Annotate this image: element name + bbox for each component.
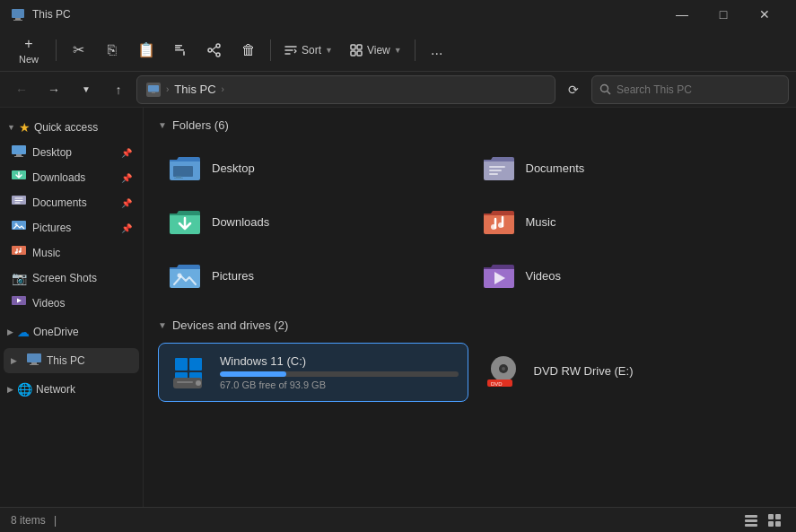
sort-chevron: ▼ [325,46,333,55]
devices-chevron: ▼ [158,320,167,330]
copy-button[interactable]: ⎘ [96,34,128,66]
svg-line-10 [212,47,216,50]
maximize-button[interactable]: □ [703,0,744,29]
drive-c-info: Windows 11 (C:) 67.0 GB free of 93.9 GB [220,354,459,390]
folders-section-header[interactable]: ▼ Folders (6) [158,118,782,132]
delete-button[interactable]: 🗑 [232,34,265,66]
svg-rect-21 [16,154,22,156]
folder-item-music[interactable]: Music [472,196,783,247]
svg-line-11 [212,50,216,54]
sidebar-screenshots-label: Screen Shots [32,272,97,284]
folder-item-downloads[interactable]: Downloads [158,196,468,247]
downloads-folder-label: Downloads [212,215,269,229]
desktop-folder-icon-wrap [167,150,203,186]
new-button[interactable]: + New [7,32,50,68]
sidebar-item-thispc[interactable]: ▶ This PC [4,348,139,373]
onedrive-label: OneDrive [33,326,79,338]
svg-rect-13 [357,45,362,49]
rename-button[interactable] [164,34,197,66]
network-expand[interactable]: ▶ 🌐 Network [4,377,139,402]
address-path: This PC [174,83,215,96]
view-button[interactable]: View ▼ [342,34,409,66]
svg-rect-55 [745,519,757,522]
folder-item-pictures[interactable]: Pictures [158,250,468,301]
status-bar: 8 items | [0,507,796,532]
svg-rect-35 [173,166,193,177]
sidebar-item-downloads[interactable]: Downloads 📌 [4,165,139,190]
search-box[interactable] [591,75,789,104]
sidebar-item-documents[interactable]: Documents 📌 [4,190,139,215]
svg-rect-48 [177,381,193,383]
sidebar-item-desktop[interactable]: Desktop 📌 [4,140,139,165]
drive-e-icon: DVD [484,353,523,392]
address-bar-row: ← → ▼ ↑ › This PC › ⟳ [0,72,796,108]
search-input[interactable] [617,83,781,96]
thispc-expand-arrow: ▶ [11,356,22,365]
svg-rect-27 [12,246,26,255]
desktop-pin-icon: 📌 [121,148,132,158]
devices-section-header[interactable]: ▼ Devices and drives (2) [158,318,782,332]
downloads-pin-icon: 📌 [121,173,132,183]
drive-item-c[interactable]: Windows 11 (C:) 67.0 GB free of 93.9 GB [158,343,468,402]
recent-button[interactable]: ▼ [72,75,101,104]
folder-item-documents[interactable]: Documents [472,143,783,193]
close-button[interactable]: ✕ [744,0,785,29]
drive-c-icon [170,353,209,392]
drive-c-bar-bg [220,371,459,377]
more-button[interactable]: ... [421,34,453,66]
list-view-button[interactable] [740,510,762,530]
videos-folder-icon-wrap [481,257,517,293]
svg-rect-20 [12,145,26,154]
folder-item-desktop[interactable]: Desktop [158,143,468,193]
status-item-count: 8 items | [11,514,62,527]
svg-rect-44 [175,358,188,371]
sidebar-desktop-label: Desktop [32,146,72,159]
back-button[interactable]: ← [7,75,36,104]
pictures-folder-icon [168,262,202,289]
sidebar-item-pictures[interactable]: Pictures 📌 [4,215,139,240]
share-button[interactable] [198,34,231,66]
sidebar-item-screenshots[interactable]: 📷 Screen Shots [4,266,139,291]
up-button[interactable]: ↑ [104,75,133,104]
sidebar-item-music[interactable]: Music [4,240,139,266]
status-view-buttons [740,510,785,530]
folders-header-label: Folders (6) [172,118,229,132]
sidebar-item-videos[interactable]: Videos [4,291,139,316]
sidebar-downloads-label: Downloads [32,171,85,184]
onedrive-expand[interactable]: ▶ ☁ OneDrive [4,319,139,344]
forward-button[interactable]: → [39,75,68,104]
pictures-pin-icon: 📌 [121,223,132,233]
drive-c-icon-wrap [168,351,211,394]
search-icon [599,83,611,95]
address-box[interactable]: › This PC › [136,75,555,104]
star-icon: ★ [19,120,31,135]
documents-pin-icon: 📌 [121,198,132,208]
refresh-button[interactable]: ⟳ [559,75,588,104]
view-chevron: ▼ [394,46,402,55]
svg-line-19 [608,92,611,95]
drive-item-e[interactable]: DVD DVD RW Drive (E:) [472,343,783,402]
onedrive-section: ▶ ☁ OneDrive [0,319,143,344]
drive-c-name: Windows 11 (C:) [220,354,459,368]
paste-button[interactable]: 📋 [130,34,162,66]
sidebar-music-label: Music [32,247,60,259]
quick-access-section: ▼ ★ Quick access Desktop 📌 Downloads 📌 [0,115,143,316]
grid-view-button[interactable] [764,510,785,530]
svg-rect-14 [351,51,355,56]
pictures-folder-label: Pictures [212,269,254,283]
toolbar: + New ✂ ⎘ 📋 🗑 Sort ▼ View ▼ ... [0,29,796,72]
main-layout: ▼ ★ Quick access Desktop 📌 Downloads 📌 [0,108,796,507]
network-expand-arrow: ▶ [7,385,13,394]
sort-button[interactable]: Sort ▼ [276,34,340,66]
cut-button[interactable]: ✂ [62,34,94,66]
network-icon: 🌐 [17,382,32,397]
minimize-button[interactable]: — [661,0,703,29]
drive-e-name: DVD RW Drive (E:) [534,364,773,378]
screenshots-sidebar-icon: 📷 [11,271,27,285]
folder-item-videos[interactable]: Videos [472,250,783,301]
svg-rect-54 [745,515,757,518]
quick-access-expand[interactable]: ▼ ★ Quick access [4,115,139,140]
svg-point-9 [208,48,212,52]
sidebar-thispc-label: This PC [47,354,85,367]
svg-point-40 [178,274,182,278]
